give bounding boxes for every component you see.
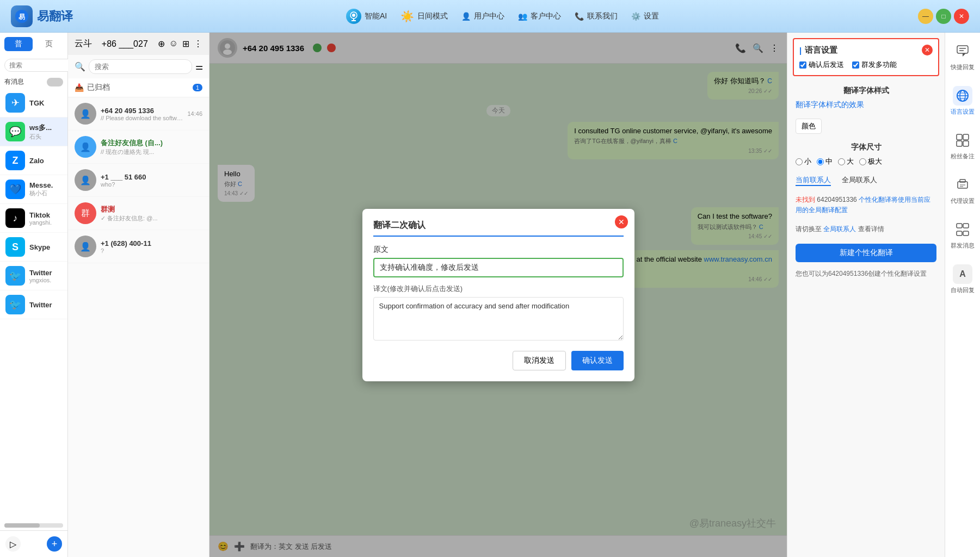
contact-avatar-4: 👤 xyxy=(75,236,96,257)
maximize-button[interactable]: □ xyxy=(936,9,951,24)
group-multi-checkbox[interactable] xyxy=(852,61,859,69)
archived-badge: 1 xyxy=(193,84,202,91)
sidebar-scrollbar[interactable] xyxy=(4,523,63,528)
nav-user-center[interactable]: 👤 用户中心 xyxy=(461,11,504,21)
contacts-more-icon[interactable]: ⋮ xyxy=(194,39,202,49)
cancel-send-button[interactable]: 取消发送 xyxy=(513,351,566,370)
contact-preview-0: // Please download the software fo... xyxy=(101,115,183,121)
contact-item-1[interactable]: 👤 备注好友信息 (自...) // 现在の連絡先 現... xyxy=(68,131,209,164)
contact-item-4[interactable]: 👤 +1 (628) 400-11 ? xyxy=(68,230,209,263)
filter-contacts-icon[interactable]: ⚌ xyxy=(195,61,203,72)
font-size-large-radio[interactable] xyxy=(838,158,845,165)
contacts-icon3[interactable]: ⊞ xyxy=(182,39,189,49)
contacts-icon2[interactable]: ☺ xyxy=(169,39,178,49)
app-item-twitter1[interactable]: 🐦 Twitter yngxios. xyxy=(0,262,67,290)
nav-customer-center[interactable]: 👥 客户中心 xyxy=(518,11,561,21)
lang-settings-close[interactable]: ✕ xyxy=(922,45,933,55)
app-item-zalo[interactable]: Z Zalo xyxy=(0,146,67,175)
customer-center-label: 客户中心 xyxy=(531,11,561,21)
font-size-medium-radio[interactable] xyxy=(817,158,824,165)
icon-bar-fans[interactable]: 粉丝备注 xyxy=(947,127,978,164)
nav-ai[interactable]: 智能AI xyxy=(346,9,387,24)
sidebar-tab-general[interactable]: 普 xyxy=(4,37,33,51)
add-app-button[interactable]: + xyxy=(47,536,62,552)
app-item-skype[interactable]: S Skype xyxy=(0,233,67,262)
expand-button[interactable]: ▷ xyxy=(5,536,21,552)
font-size-small[interactable]: 小 xyxy=(796,157,811,166)
icon-bar-auto-reply[interactable]: A 自动回复 xyxy=(947,261,978,298)
original-label: 原文 xyxy=(373,245,624,255)
contact-preview-3: ✓ 备注好友信息: @... xyxy=(101,214,202,222)
group-msg-icon xyxy=(953,220,972,239)
translated-text-area[interactable]: Support confirmation of accuracy and sen… xyxy=(373,297,624,341)
app-header: 易 易翻译 智能AI ☀️ 日间模式 👤 用户中心 👥 xyxy=(0,0,980,33)
contact-list-header: 云斗 +86 ___027 ⊕ ☺ ⊞ ⋮ xyxy=(68,33,209,55)
svg-rect-24 xyxy=(960,180,965,182)
app-info-messe: Messe. 杨小石 xyxy=(29,181,53,197)
font-size-xlarge[interactable]: 极大 xyxy=(859,157,882,166)
icon-bar-quick-reply[interactable]: 快捷回复 xyxy=(947,38,978,75)
contacts-icon1[interactable]: ⊕ xyxy=(158,39,165,49)
icon-bar-group-msg[interactable]: 群发消息 xyxy=(947,216,978,253)
svg-text:易: 易 xyxy=(19,13,25,21)
app-name-messe: Messe. xyxy=(29,181,53,189)
confirm-send-checkbox[interactable] xyxy=(799,61,806,69)
sidebar-search-bar: ⚌ xyxy=(0,55,67,75)
dialog-close-button[interactable]: ✕ xyxy=(615,215,628,228)
app-item-tgk[interactable]: ✈ TGK xyxy=(0,89,67,117)
new-translate-button[interactable]: 新建个性化翻译 xyxy=(796,244,936,262)
font-size-medium[interactable]: 中 xyxy=(817,157,833,166)
ws-icon: 💬 xyxy=(5,122,25,141)
archived-item[interactable]: 📥 已归档 1 xyxy=(68,78,209,97)
icon-bar-proxy[interactable]: 代理设置 xyxy=(947,172,978,208)
contact-item-2[interactable]: 👤 +1 ___ 51 660 who? xyxy=(68,164,209,197)
right-icon-bar: 快捷回复 语言设置 xyxy=(945,33,980,557)
original-text-input[interactable] xyxy=(373,258,624,277)
confirm-send-button[interactable]: 确认发送 xyxy=(571,351,624,370)
contact-time-0: 14:46 xyxy=(187,110,202,117)
group-multi-checkbox-item: 群发多功能 xyxy=(852,60,897,70)
app-sub-messe: 杨小石 xyxy=(29,189,53,197)
app-item-tiktok[interactable]: ♪ Tiktok yangshi. xyxy=(0,204,67,233)
switch-link[interactable]: 全局联系人 xyxy=(823,225,856,233)
contact-preview-4: ? xyxy=(101,247,202,254)
contact-header-icons: ⊕ ☺ ⊞ ⋮ xyxy=(158,39,202,49)
gear-icon: ⚙️ xyxy=(631,12,640,21)
contact-item-0[interactable]: 👤 +64 20 495 1336 // Please download the… xyxy=(68,97,209,131)
font-size-xlarge-radio[interactable] xyxy=(859,158,866,165)
color-button[interactable]: 颜色 xyxy=(796,119,822,134)
svg-rect-27 xyxy=(957,224,962,228)
app-item-twitter2[interactable]: 🐦 Twitter xyxy=(0,290,67,319)
minimize-button[interactable]: — xyxy=(918,9,933,24)
has-message-toggle[interactable] xyxy=(47,78,63,86)
sidebar-tab-page[interactable]: 页 xyxy=(35,37,63,51)
app-item-messe[interactable]: 💙 Messe. 杨小石 xyxy=(0,175,67,204)
nav-contact-us[interactable]: 📞 联系我们 xyxy=(575,11,618,21)
app-info-tgk: TGK xyxy=(29,99,44,107)
font-size-small-radio[interactable] xyxy=(796,158,803,165)
contact-item-3[interactable]: 群 群测 ✓ 备注好友信息: @... xyxy=(68,197,209,230)
personalize-info: 未找到 64204951336 个性化翻译将使用当前应用的全局翻译配置 xyxy=(787,190,945,220)
chat-area: +64 20 495 1336 📞 🔍 ⋮ 你好 你知道吗？ C 20:26 ✓… xyxy=(209,33,787,557)
twitter2-icon: 🐦 xyxy=(5,295,25,314)
personalize-link[interactable]: 个性化翻译将使用当前应用的全局翻译配置 xyxy=(796,196,930,214)
app-info-twitter1: Twitter yngxios. xyxy=(29,269,52,283)
all-contacts-btn[interactable]: 全局联系人 xyxy=(842,175,877,186)
dialog-title: 翻译二次确认 xyxy=(373,220,624,237)
close-button[interactable]: ✕ xyxy=(954,9,969,24)
nav-settings[interactable]: ⚙️ 设置 xyxy=(631,11,659,21)
app-name-ws: ws多... xyxy=(29,123,52,133)
icon-bar-lang-settings[interactable]: 语言设置 xyxy=(947,83,978,119)
font-preview[interactable]: 翻译字体样式的效果 xyxy=(796,100,936,110)
app-sub-ws: 石头 xyxy=(29,133,52,141)
font-size-large[interactable]: 大 xyxy=(838,157,854,166)
current-contact-btn[interactable]: 当前联系人 xyxy=(796,175,831,186)
logo-area: 易 易翻译 xyxy=(11,5,87,27)
contact-search-input[interactable] xyxy=(89,59,192,74)
right-panel: 语言设置 ✕ 确认后发送 群发多功能 翻译字体样式 翻译字体样式的效果 颜色 xyxy=(787,33,945,557)
lang-checkboxes: 确认后发送 群发多功能 xyxy=(799,60,933,70)
app-item-ws[interactable]: 💬 ws多... 石头 xyxy=(0,117,67,146)
nav-daymode[interactable]: ☀️ 日间模式 xyxy=(400,10,448,23)
app-info-skype: Skype xyxy=(29,243,50,251)
not-found-label: 未找到 xyxy=(796,196,815,203)
